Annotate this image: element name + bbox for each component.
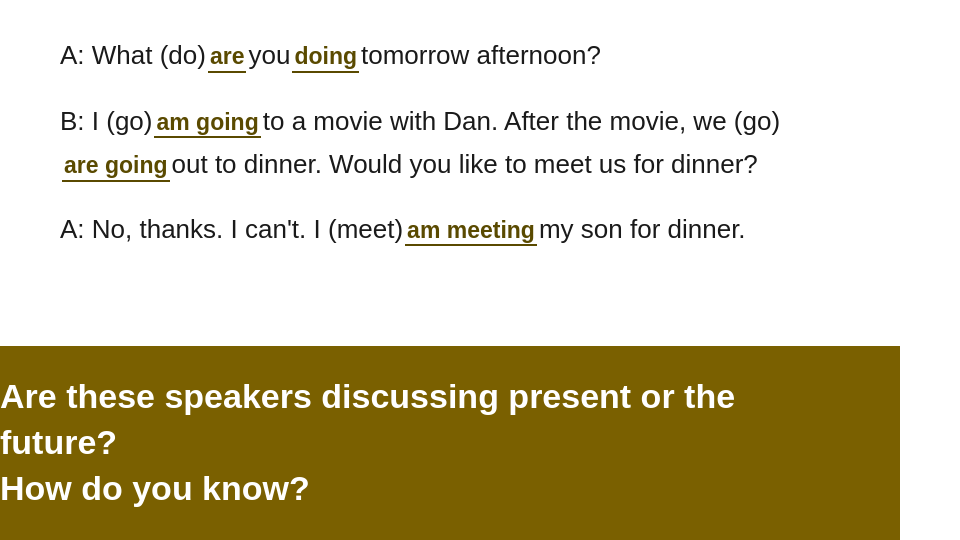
a2-text-1: A: No, thanks. I can't. I (meet) [60, 214, 403, 245]
a1-text-3: tomorrow afternoon? [361, 40, 601, 71]
sentence-b: B: I (go) am going to a movie with Dan. … [60, 101, 900, 186]
a1-answer-1: are [208, 43, 247, 73]
b-answer-2: are going [62, 152, 170, 182]
banner-text: Are these speakers discussing present or… [0, 374, 840, 512]
b-answer-1: am going [154, 109, 260, 139]
a1-answer-2: doing [292, 43, 359, 73]
b-text-1: B: I (go) [60, 101, 152, 143]
b-text-3: out to dinner. Would you like to meet us… [172, 144, 758, 186]
sentence-b-line1: B: I (go) am going to a movie with Dan. … [60, 101, 900, 143]
sentence-b-line2: are going out to dinner. Would you like … [60, 144, 900, 186]
banner-line2: How do you know? [0, 466, 840, 512]
sentence-a2: A: No, thanks. I can't. I (meet) am meet… [60, 214, 900, 247]
a1-text-1: A: What (do) [60, 40, 206, 71]
a2-text-2: my son for dinner. [539, 214, 746, 245]
a2-answer-1: am meeting [405, 217, 537, 247]
bottom-banner: Are these speakers discussing present or… [0, 346, 900, 540]
a1-text-2: you [248, 40, 290, 71]
sentence-a1: A: What (do) are you doing tomorrow afte… [60, 40, 900, 73]
banner-line1: Are these speakers discussing present or… [0, 374, 840, 466]
b-text-2: to a movie with Dan. After the movie, we… [263, 101, 780, 143]
